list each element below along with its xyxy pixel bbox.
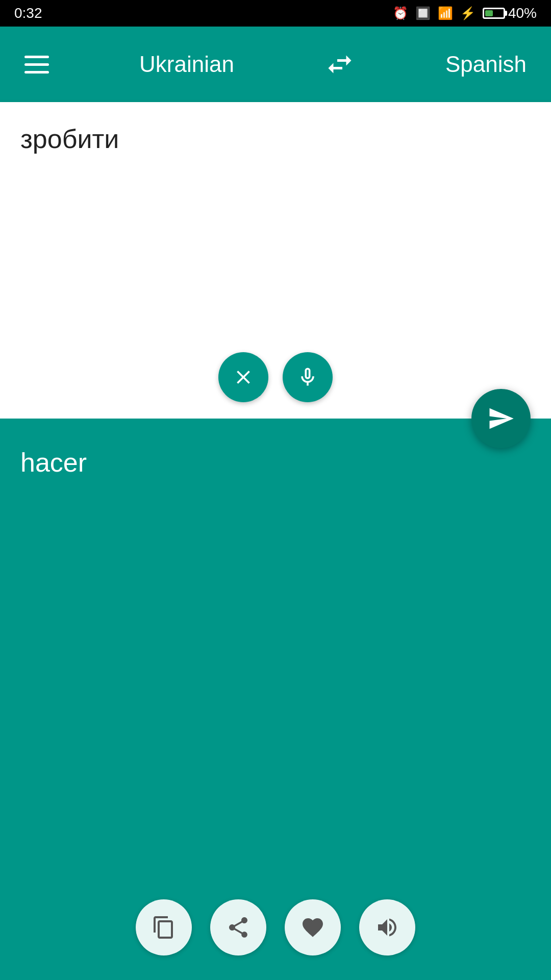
clear-button[interactable] [218,352,268,402]
alarm-icon: ⏰ [393,6,408,20]
battery-container: 40% [483,5,537,21]
signal-icon: 📶 [438,6,453,20]
menu-button[interactable] [24,56,49,74]
swap-languages-button[interactable] [324,49,355,80]
translate-button[interactable] [471,389,531,448]
menu-line-2 [24,63,49,66]
share-button[interactable] [210,899,266,955]
source-text-input[interactable]: зробити [20,120,531,158]
translated-text: hacer [20,444,531,481]
source-action-buttons [218,352,333,402]
output-action-buttons [136,899,415,955]
time-display: 0:32 [14,5,42,21]
target-language-selector[interactable]: Spanish [445,52,527,77]
source-language-selector[interactable]: Ukrainian [139,52,234,77]
translation-output-area: hacer [0,419,551,980]
charge-icon: ⚡ [460,6,475,20]
menu-line-1 [24,56,49,58]
status-bar: 0:32 ⏰ 🔲 📶 ⚡ 40% [0,0,551,27]
favorite-button[interactable] [285,899,341,955]
menu-line-3 [24,71,49,74]
microphone-button[interactable] [283,352,333,402]
copy-button[interactable] [136,899,192,955]
battery-percent: 40% [508,5,537,21]
battery-fill [485,10,493,16]
source-input-area: зробити [0,102,551,419]
toolbar: Ukrainian Spanish [0,27,551,102]
status-icons: ⏰ 🔲 📶 ⚡ 40% [393,5,537,21]
sim-icon: 🔲 [415,6,431,20]
speak-button[interactable] [359,899,415,955]
battery-bar [483,8,505,19]
